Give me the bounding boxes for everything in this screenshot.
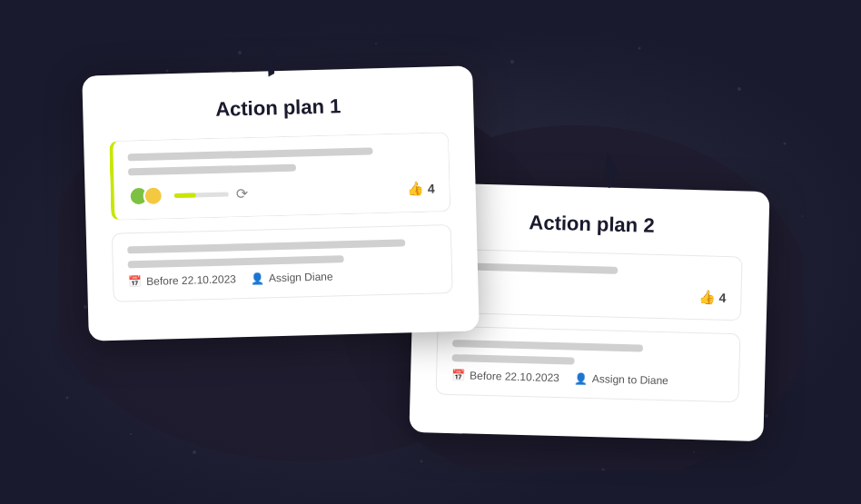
date-label-1: Before 22.10.2023	[146, 272, 236, 288]
svg-point-5	[375, 43, 377, 44]
svg-point-10	[802, 215, 803, 217]
task-line-3	[127, 239, 405, 253]
avatar-group	[128, 185, 158, 206]
assign-label-1: Assign Diane	[269, 270, 333, 284]
task-line-6	[452, 340, 643, 351]
card-2-title: Action plan 2	[440, 208, 744, 240]
thumb-icon-1: 👍	[407, 180, 424, 196]
progress-bar	[174, 191, 229, 197]
action-plan-card-1: Action plan 1 ⟳ 👍 4	[82, 65, 479, 341]
svg-point-7	[638, 46, 641, 49]
arrow-annotation-2	[591, 148, 631, 194]
task-meta-2: ⟳ 👍 4	[453, 281, 726, 307]
likes-number-1: 4	[428, 181, 435, 195]
task-date-1: 📅 Before 22.10.2023	[128, 272, 236, 288]
svg-point-14	[693, 451, 695, 453]
svg-point-11	[84, 305, 87, 309]
svg-point-15	[601, 469, 605, 470]
task-footer-2: 📅 Before 22.10.2023 👤 Assign to Diane	[451, 369, 724, 389]
task-date-2: 📅 Before 22.10.2023	[451, 369, 559, 384]
assign-label-2: Assign to Diane	[592, 372, 668, 387]
task-item-3: ⟳ 👍 4	[438, 248, 743, 321]
person-icon-1: 👤	[251, 272, 264, 284]
svg-point-16	[421, 460, 423, 462]
likes-count-2: 👍 4	[698, 288, 726, 305]
task-item-4: 📅 Before 22.10.2023 👤 Assign to Diane	[436, 325, 741, 402]
svg-point-17	[193, 450, 196, 454]
task-meta: ⟳ 👍 4	[128, 178, 434, 206]
clock-icon: ⟳	[235, 184, 247, 202]
task-meta-left: ⟳	[128, 183, 248, 205]
task-line-4	[128, 255, 344, 268]
task-line-7	[452, 354, 575, 365]
likes-number-2: 4	[718, 290, 726, 304]
calendar-icon-1: 📅	[128, 275, 142, 288]
task-line-2	[128, 163, 296, 175]
svg-point-9	[784, 142, 787, 144]
task-item-1: ⟳ 👍 4	[109, 132, 450, 221]
calendar-icon-2: 📅	[451, 369, 465, 381]
svg-point-13	[765, 414, 768, 418]
svg-point-3	[166, 69, 169, 72]
person-icon-2: 👤	[574, 371, 588, 384]
task-assign-1: 👤 Assign Diane	[251, 270, 333, 284]
svg-point-18	[130, 433, 132, 435]
svg-point-12	[66, 396, 69, 399]
date-label-2: Before 22.10.2023	[470, 369, 559, 384]
svg-point-6	[510, 60, 514, 64]
likes-count-1: 👍 4	[407, 180, 435, 197]
scene: Action plan 1 ⟳ 👍 4	[58, 35, 803, 470]
task-line-1	[128, 147, 373, 161]
task-line-5	[454, 262, 618, 274]
arrow-annotation-1	[250, 36, 291, 84]
avatar-2	[143, 185, 163, 206]
svg-point-4	[238, 51, 242, 54]
task-assign-2: 👤 Assign to Diane	[574, 371, 668, 387]
thumb-icon-2: 👍	[698, 288, 715, 304]
card-1-title: Action plan 1	[108, 92, 449, 124]
task-item-2: 📅 Before 22.10.2023 👤 Assign Diane	[112, 224, 453, 302]
progress-fill	[174, 192, 196, 197]
task-footer-1: 📅 Before 22.10.2023 👤 Assign Diane	[128, 267, 437, 288]
svg-point-8	[737, 87, 741, 91]
